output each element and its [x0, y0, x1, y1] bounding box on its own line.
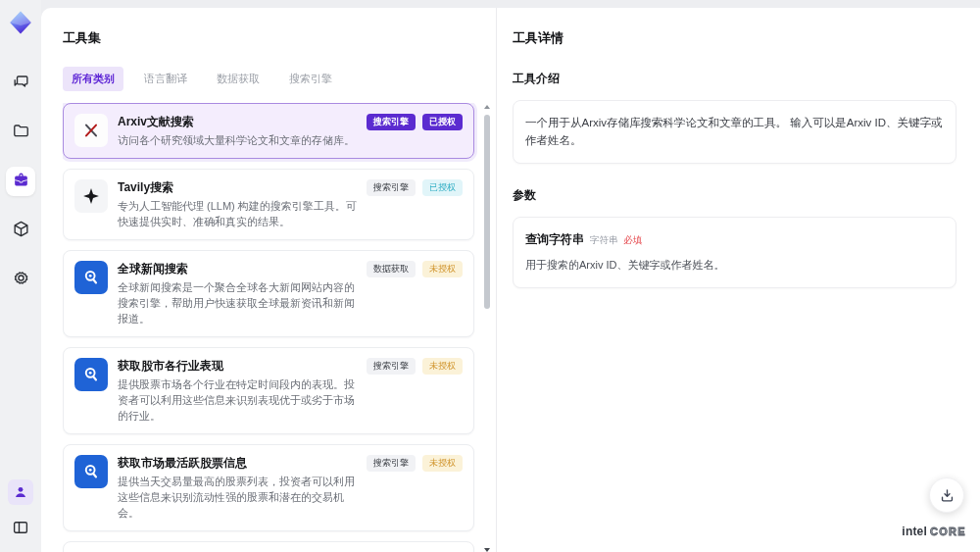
intro-box: 一个用于从Arxiv存储库搜索科学论文和文章的工具。 输入可以是Arxiv ID… [513, 100, 956, 164]
tab-2[interactable]: 数据获取 [208, 67, 269, 91]
tools-panel: 工具集 所有类别语言翻译数据获取搜索引擎 Arxiv文献搜索访问各个研究领域大量… [41, 8, 496, 552]
sidebar-nav [6, 69, 35, 294]
tool-description: 提供股票市场各个行业在特定时间段内的表现。投资者可以利用这些信息来识别表现优于或… [118, 376, 357, 424]
tool-name: Arxiv文献搜索 [118, 114, 357, 129]
page-title: 工具集 [63, 29, 496, 47]
blue-search-icon [74, 261, 108, 294]
tool-name: 获取市场最活跃股票信息 [118, 455, 357, 471]
sidebar-item-chat[interactable] [6, 69, 35, 98]
tab-0[interactable]: 所有类别 [63, 67, 123, 91]
chat-icon [12, 73, 30, 95]
user-icon[interactable] [8, 479, 33, 505]
tab-3[interactable]: 搜索引擎 [280, 67, 341, 91]
param-name: 查询字符串 [525, 230, 584, 249]
blue-search-icon [74, 358, 108, 391]
tool-description: 访问各个研究领域大量科学论文和文章的存储库。 [118, 132, 357, 148]
intel-wordmark: intel [902, 525, 927, 538]
intro-header: 工具介绍 [513, 71, 956, 87]
tool-list: Arxiv文献搜索访问各个研究领域大量科学论文和文章的存储库。搜索引擎已授权Ta… [63, 103, 496, 552]
sidebar-item-package[interactable] [6, 216, 35, 245]
download-icon [939, 487, 956, 504]
tool-card[interactable]: 万维地区新闻查询查询具体行政区划内的新闻，快速了解各地新闻动搜索引擎未授权 [63, 541, 474, 552]
arxiv-logo-icon [74, 114, 108, 147]
scrollbar-thumb[interactable] [484, 115, 490, 309]
tool-description: 专为人工智能代理 (LLM) 构建的搜索引擎工具。可快速提供实时、准确和真实的结… [118, 198, 357, 229]
intel-core-logo: intel CORE [902, 525, 966, 538]
tool-name: 获取股市各行业表现 [118, 358, 357, 374]
category-badge: 数据获取 [367, 261, 416, 277]
param-description: 用于搜索的Arxiv ID、关键字或作者姓名。 [525, 257, 944, 275]
auth-status-badge: 未授权 [422, 261, 463, 277]
main-surface: 工具集 所有类别语言翻译数据获取搜索引擎 Arxiv文献搜索访问各个研究领域大量… [41, 8, 980, 552]
param-box: 查询字符串 字符串 必填 用于搜索的Arxiv ID、关键字或作者姓名。 [513, 217, 956, 288]
scroll-up-icon[interactable] [484, 105, 490, 109]
download-button[interactable] [929, 477, 964, 513]
tool-card[interactable]: 获取股市各行业表现提供股票市场各个行业在特定时间段内的表现。投资者可以利用这些信… [63, 347, 474, 434]
tool-name: Tavily搜索 [118, 179, 357, 195]
toolbox-icon [12, 171, 30, 193]
tool-description: 全球新闻搜索是一个聚合全球各大新闻网站内容的搜索引擎，帮助用户快速获取全球最新资… [118, 279, 357, 326]
tool-card[interactable]: 获取市场最活跃股票信息提供当天交易量最高的股票列表，投资者可以利用这些信息来识别… [63, 444, 474, 531]
auth-status-badge: 已授权 [422, 114, 463, 130]
settings-icon [12, 269, 30, 291]
category-badge: 搜索引擎 [367, 179, 416, 196]
tab-1[interactable]: 语言翻译 [135, 67, 196, 91]
tool-card[interactable]: 全球新闻搜索全球新闻搜索是一个聚合全球各大新闻网站内容的搜索引擎，帮助用户快速获… [63, 250, 474, 337]
details-title: 工具详情 [513, 29, 956, 47]
sidebar-item-toolbox[interactable] [6, 167, 35, 196]
tool-name: 全球新闻搜索 [118, 261, 357, 276]
params-header: 参数 [513, 187, 956, 204]
tool-description: 提供当天交易量最高的股票列表，投资者可以利用这些信息来识别流动性强的股票和潜在的… [118, 474, 357, 521]
sidebar [0, 0, 41, 552]
category-badge: 搜索引擎 [367, 114, 416, 130]
scrollbar[interactable] [482, 105, 492, 552]
category-badge: 搜索引擎 [367, 358, 416, 375]
tool-details-panel: 工具详情 工具介绍 一个用于从Arxiv存储库搜索科学论文和文章的工具。 输入可… [496, 8, 980, 552]
panel-toggle-icon[interactable] [8, 515, 33, 540]
auth-status-badge: 未授权 [422, 455, 463, 472]
star-icon [74, 179, 108, 213]
tool-card[interactable]: Tavily搜索专为人工智能代理 (LLM) 构建的搜索引擎工具。可快速提供实时… [63, 169, 474, 240]
category-tabs: 所有类别语言翻译数据获取搜索引擎 [63, 67, 496, 91]
param-required-badge: 必填 [624, 232, 643, 247]
tool-card[interactable]: Arxiv文献搜索访问各个研究领域大量科学论文和文章的存储库。搜索引擎已授权 [63, 103, 474, 159]
core-wordmark: CORE [930, 526, 966, 537]
sidebar-item-folder[interactable] [6, 118, 35, 147]
folder-icon [12, 122, 30, 144]
app-logo-icon [8, 10, 33, 35]
sidebar-item-settings[interactable] [6, 265, 35, 294]
auth-status-badge: 已授权 [422, 179, 463, 196]
auth-status-badge: 未授权 [422, 358, 463, 375]
param-type: 字符串 [590, 232, 618, 247]
package-icon [12, 220, 30, 242]
scroll-down-icon[interactable] [484, 548, 490, 552]
category-badge: 搜索引擎 [367, 455, 416, 472]
blue-search-icon [74, 455, 108, 488]
